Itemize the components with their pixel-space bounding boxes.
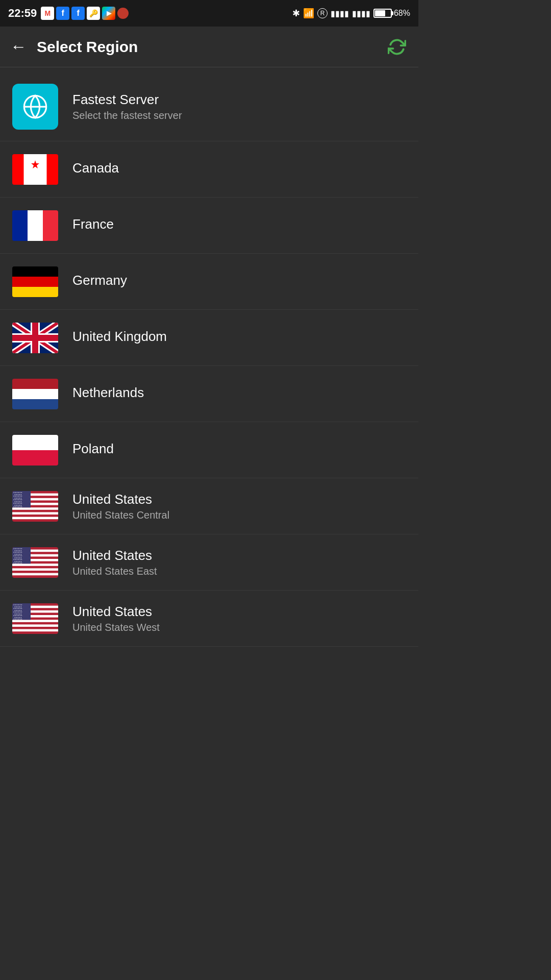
us-east-name: United States — [72, 548, 157, 564]
france-flag — [12, 210, 58, 241]
svg-rect-6 — [28, 210, 43, 241]
battery-percent: 68% — [394, 9, 410, 18]
svg-text:★★★★★: ★★★★★ — [14, 605, 22, 607]
facebook-icon-2: f — [71, 7, 85, 20]
netherlands-flag — [12, 379, 58, 409]
back-button[interactable]: ← — [10, 37, 27, 56]
canada-flag — [12, 154, 58, 185]
region-item-netherlands[interactable]: Netherlands — [0, 366, 418, 422]
netherlands-text: Netherlands — [72, 385, 144, 403]
region-item-canada[interactable]: Canada — [0, 141, 418, 198]
svg-rect-24 — [12, 450, 58, 465]
svg-rect-23 — [12, 435, 58, 450]
svg-rect-22 — [12, 399, 58, 409]
us-central-flag: ★★★★★★ ★★★★★ ★★★★★★ ★★★★★ ★★★★★★ ★★★★★ ★… — [12, 491, 58, 522]
region-item-uk[interactable]: United Kingdom — [0, 310, 418, 366]
bluetooth-icon: ✱ — [292, 8, 300, 19]
canada-name: Canada — [72, 160, 119, 176]
region-item-us-west[interactable]: ★★★★★★ ★★★★★ ★★★★★★ ★★★★★ ★★★★★★ ★★★★★ ★… — [0, 591, 418, 647]
us-east-text: United States United States East — [72, 548, 157, 577]
gmail-icon: M — [41, 7, 54, 20]
svg-text:★★★★★★: ★★★★★★ — [13, 492, 22, 494]
key-icon: 🔑 — [87, 7, 100, 20]
us-east-flag: ★★★★★★ ★★★★★ ★★★★★★ ★★★★★ ★★★★★★ ★★★★★ ★… — [12, 547, 58, 578]
fastest-server-icon — [12, 84, 58, 130]
svg-text:★★★★★: ★★★★★ — [14, 504, 22, 506]
svg-text:★★★★★★: ★★★★★★ — [13, 551, 22, 553]
svg-rect-65 — [12, 629, 58, 631]
svg-text:★★★★★: ★★★★★ — [14, 612, 22, 615]
svg-text:★★★★★★: ★★★★★★ — [13, 548, 22, 550]
svg-text:★★★★★★: ★★★★★★ — [13, 607, 22, 609]
us-east-subtitle: United States East — [72, 566, 157, 577]
us-west-name: United States — [72, 604, 160, 620]
svg-rect-47 — [12, 568, 58, 571]
canada-text: Canada — [72, 160, 119, 178]
notification-icon — [117, 8, 129, 19]
battery-container: 68% — [373, 9, 410, 18]
status-right: ✱ 📶 R ▮▮▮▮ ▮▮▮▮ 68% — [292, 8, 410, 19]
fastest-server-text: Fastest Server Select the fastest server — [72, 92, 182, 121]
status-time: 22:59 — [8, 7, 37, 20]
us-central-subtitle: United States Central — [72, 509, 169, 521]
svg-text:★★★★★: ★★★★★ — [14, 497, 22, 499]
us-central-text: United States United States Central — [72, 492, 169, 521]
germany-flag — [12, 266, 58, 297]
refresh-icon — [388, 38, 406, 56]
play-icon: ▶ — [102, 7, 115, 20]
svg-text:★★★★★: ★★★★★ — [14, 560, 22, 562]
r-icon: R — [317, 8, 328, 18]
svg-text:★★★★★: ★★★★★ — [14, 500, 22, 502]
svg-rect-9 — [12, 277, 58, 287]
svg-text:★★★★★★: ★★★★★★ — [13, 611, 22, 613]
svg-rect-21 — [12, 389, 58, 399]
svg-rect-3 — [24, 154, 47, 185]
svg-rect-64 — [12, 624, 58, 627]
svg-rect-5 — [12, 210, 28, 241]
germany-text: Germany — [72, 273, 127, 290]
region-list: Fastest Server Select the fastest server… — [0, 67, 418, 652]
germany-name: Germany — [72, 273, 127, 288]
svg-text:★★★★★★: ★★★★★★ — [13, 502, 22, 504]
refresh-button[interactable] — [386, 36, 408, 58]
region-item-us-east[interactable]: ★★★★★★ ★★★★★ ★★★★★★ ★★★★★ ★★★★★★ ★★★★★ ★… — [0, 534, 418, 591]
svg-text:★★★★★: ★★★★★ — [14, 549, 22, 551]
poland-text: Poland — [72, 441, 114, 459]
svg-text:★★★★★★: ★★★★★★ — [13, 555, 22, 557]
svg-rect-48 — [12, 573, 58, 575]
svg-rect-8 — [12, 266, 58, 277]
region-item-fastest[interactable]: Fastest Server Select the fastest server — [0, 72, 418, 141]
battery-fill — [375, 10, 385, 16]
facebook-icon-1: f — [56, 7, 69, 20]
svg-rect-10 — [12, 287, 58, 297]
svg-text:★★★★★: ★★★★★ — [14, 609, 22, 611]
svg-text:★★★★★★: ★★★★★★ — [13, 618, 22, 620]
svg-text:★★★★★: ★★★★★ — [14, 616, 22, 618]
svg-text:★★★★★: ★★★★★ — [14, 493, 22, 495]
france-text: France — [72, 216, 114, 234]
svg-rect-30 — [12, 512, 58, 514]
svg-rect-31 — [12, 517, 58, 519]
status-app-icons: M f f 🔑 ▶ — [41, 7, 129, 20]
us-west-text: United States United States West — [72, 604, 160, 633]
poland-flag — [12, 435, 58, 465]
uk-name: United Kingdom — [72, 329, 167, 345]
fastest-server-name: Fastest Server — [72, 92, 182, 108]
signal-icon-1: ▮▮▮▮ — [331, 9, 349, 18]
page-title: Select Region — [37, 38, 138, 56]
region-item-poland[interactable]: Poland — [0, 422, 418, 478]
svg-text:★★★★★★: ★★★★★★ — [13, 604, 22, 606]
status-bar: 22:59 M f f 🔑 ▶ ✱ 📶 R ▮▮▮▮ ▮▮▮▮ 68% — [0, 0, 418, 27]
netherlands-name: Netherlands — [72, 385, 144, 401]
region-item-us-central[interactable]: ★★★★★★ ★★★★★ ★★★★★★ ★★★★★ ★★★★★★ ★★★★★ ★… — [0, 478, 418, 534]
svg-rect-7 — [43, 210, 58, 241]
battery-icon — [373, 9, 392, 18]
svg-text:★★★★★: ★★★★★ — [14, 556, 22, 558]
svg-text:★★★★★★: ★★★★★★ — [13, 558, 22, 560]
wifi-icon: 📶 — [303, 8, 314, 19]
us-west-flag: ★★★★★★ ★★★★★ ★★★★★★ ★★★★★ ★★★★★★ ★★★★★ ★… — [12, 603, 58, 634]
region-item-france[interactable]: France — [0, 198, 418, 254]
uk-flag — [12, 323, 58, 353]
fastest-server-subtitle: Select the fastest server — [72, 110, 182, 121]
region-item-germany[interactable]: Germany — [0, 254, 418, 310]
